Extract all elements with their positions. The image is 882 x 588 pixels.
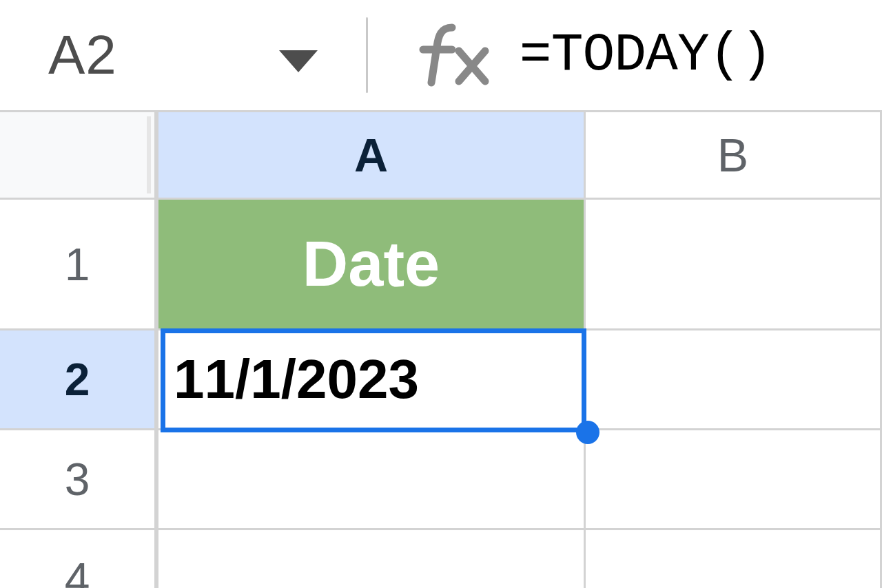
formula-bar-divider (366, 17, 368, 93)
cell-B3[interactable] (586, 430, 882, 528)
row-2: 2 11/1/2023 (0, 330, 882, 430)
cell-B2[interactable] (586, 330, 882, 428)
fx-icon[interactable] (416, 23, 492, 87)
row-3: 3 (0, 430, 882, 530)
fill-handle[interactable] (576, 421, 599, 444)
spreadsheet-grid: A B 1 Date 2 11/1/2023 3 4 (0, 110, 882, 588)
cell-A1[interactable]: Date (158, 200, 586, 328)
select-all-corner[interactable] (0, 112, 158, 198)
column-header-B[interactable]: B (586, 112, 882, 198)
name-box-value[interactable]: A2 (48, 23, 117, 87)
row-header-3[interactable]: 3 (0, 430, 158, 528)
cell-A4[interactable] (158, 530, 586, 588)
formula-input[interactable]: =TODAY() (520, 25, 772, 85)
chevron-down-icon[interactable] (279, 50, 318, 74)
cell-A3[interactable] (158, 430, 586, 528)
column-header-A[interactable]: A (158, 112, 586, 198)
row-header-1[interactable]: 1 (0, 200, 158, 328)
row-header-2[interactable]: 2 (0, 330, 158, 428)
cell-A2-value: 11/1/2023 (174, 348, 419, 411)
cell-A2[interactable]: 11/1/2023 (158, 330, 586, 428)
name-box[interactable]: A2 (48, 23, 318, 87)
cell-B4[interactable] (586, 530, 882, 588)
column-headers: A B (0, 110, 882, 200)
cell-B1[interactable] (586, 200, 882, 328)
row-header-4[interactable]: 4 (0, 530, 158, 588)
formula-bar: A2 =TODAY() (0, 0, 882, 110)
row-4: 4 (0, 530, 882, 588)
svg-marker-0 (279, 50, 318, 72)
row-1: 1 Date (0, 200, 882, 330)
